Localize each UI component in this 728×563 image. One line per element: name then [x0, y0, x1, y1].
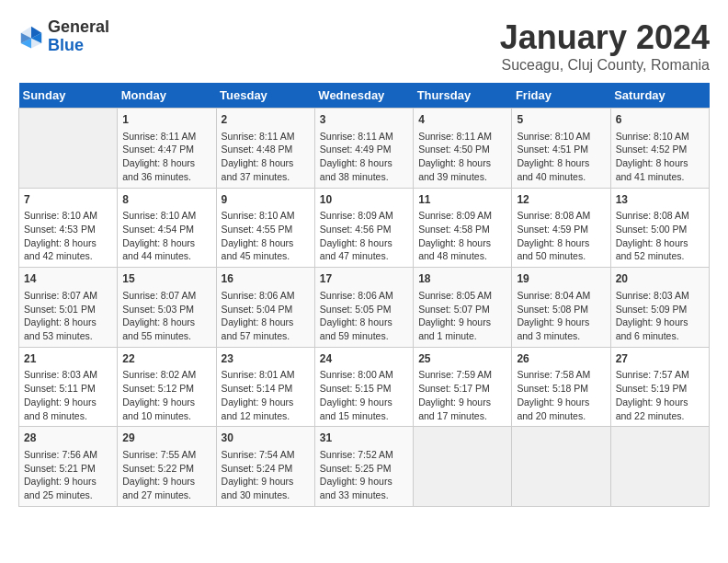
title-section: January 2024 Suceagu, Cluj County, Roman…	[500, 18, 710, 74]
week-row-2: 7Sunrise: 8:10 AMSunset: 4:53 PMDaylight…	[19, 188, 710, 268]
weekday-header-monday: Monday	[118, 83, 216, 109]
day-info: Sunrise: 8:10 AMSunset: 4:51 PMDaylight:…	[517, 130, 605, 184]
calendar-cell	[610, 427, 709, 507]
day-info: Sunrise: 8:05 AMSunset: 5:07 PMDaylight:…	[418, 289, 506, 343]
calendar-cell: 11Sunrise: 8:09 AMSunset: 4:58 PMDayligh…	[414, 188, 512, 268]
calendar-cell: 20Sunrise: 8:03 AMSunset: 5:09 PMDayligh…	[610, 268, 709, 348]
day-info: Sunrise: 8:10 AMSunset: 4:52 PMDaylight:…	[616, 130, 704, 184]
day-info: Sunrise: 7:52 AMSunset: 5:25 PMDaylight:…	[320, 448, 408, 502]
day-number: 29	[122, 431, 210, 446]
day-number: 17	[320, 271, 408, 287]
day-info: Sunrise: 8:09 AMSunset: 4:58 PMDaylight:…	[418, 209, 506, 263]
logo-general: General	[48, 17, 109, 36]
calendar-cell: 7Sunrise: 8:10 AMSunset: 4:53 PMDaylight…	[19, 188, 118, 268]
calendar-cell: 17Sunrise: 8:06 AMSunset: 5:05 PMDayligh…	[314, 268, 413, 348]
day-number: 7	[24, 192, 112, 208]
calendar-cell: 31Sunrise: 7:52 AMSunset: 5:25 PMDayligh…	[314, 427, 413, 507]
calendar-cell: 10Sunrise: 8:09 AMSunset: 4:56 PMDayligh…	[314, 188, 413, 268]
day-number: 10	[320, 192, 408, 208]
calendar-cell: 18Sunrise: 8:05 AMSunset: 5:07 PMDayligh…	[414, 268, 512, 348]
day-number: 6	[616, 112, 704, 128]
calendar-cell: 23Sunrise: 8:01 AMSunset: 5:14 PMDayligh…	[216, 347, 314, 427]
day-info: Sunrise: 8:10 AMSunset: 4:55 PMDaylight:…	[222, 209, 310, 263]
logo-text: General Blue	[48, 18, 109, 55]
calendar-cell: 3Sunrise: 8:11 AMSunset: 4:49 PMDaylight…	[314, 109, 413, 189]
calendar-cell: 1Sunrise: 8:11 AMSunset: 4:47 PMDaylight…	[118, 109, 216, 189]
calendar-table: SundayMondayTuesdayWednesdayThursdayFrid…	[18, 83, 710, 507]
day-number: 2	[222, 112, 310, 128]
day-info: Sunrise: 8:01 AMSunset: 5:14 PMDaylight:…	[222, 368, 310, 422]
day-number: 23	[222, 351, 310, 367]
week-row-4: 21Sunrise: 8:03 AMSunset: 5:11 PMDayligh…	[19, 347, 710, 427]
day-info: Sunrise: 8:00 AMSunset: 5:15 PMDaylight:…	[320, 368, 408, 422]
day-info: Sunrise: 7:55 AMSunset: 5:22 PMDaylight:…	[122, 448, 210, 502]
day-number: 21	[24, 351, 112, 367]
day-number: 25	[418, 351, 506, 367]
calendar-cell	[512, 427, 610, 507]
day-info: Sunrise: 8:02 AMSunset: 5:12 PMDaylight:…	[122, 368, 210, 422]
day-info: Sunrise: 7:59 AMSunset: 5:17 PMDaylight:…	[418, 368, 506, 422]
week-row-1: 1Sunrise: 8:11 AMSunset: 4:47 PMDaylight…	[19, 109, 710, 189]
calendar-cell: 12Sunrise: 8:08 AMSunset: 4:59 PMDayligh…	[512, 188, 610, 268]
calendar-cell: 22Sunrise: 8:02 AMSunset: 5:12 PMDayligh…	[118, 347, 216, 427]
day-number: 27	[616, 351, 704, 367]
day-number: 1	[122, 112, 210, 128]
calendar-cell: 19Sunrise: 8:04 AMSunset: 5:08 PMDayligh…	[512, 268, 610, 348]
day-number: 9	[222, 192, 310, 208]
day-info: Sunrise: 7:58 AMSunset: 5:18 PMDaylight:…	[517, 368, 605, 422]
calendar-cell: 6Sunrise: 8:10 AMSunset: 4:52 PMDaylight…	[610, 109, 709, 189]
day-info: Sunrise: 8:11 AMSunset: 4:47 PMDaylight:…	[122, 130, 210, 184]
day-info: Sunrise: 8:07 AMSunset: 5:03 PMDaylight:…	[122, 289, 210, 343]
calendar-cell	[414, 427, 512, 507]
day-number: 28	[24, 431, 112, 446]
day-info: Sunrise: 8:07 AMSunset: 5:01 PMDaylight:…	[24, 289, 112, 343]
week-row-5: 28Sunrise: 7:56 AMSunset: 5:21 PMDayligh…	[19, 427, 710, 507]
day-info: Sunrise: 8:10 AMSunset: 4:53 PMDaylight:…	[24, 209, 112, 263]
calendar-cell: 4Sunrise: 8:11 AMSunset: 4:50 PMDaylight…	[414, 109, 512, 189]
calendar-cell: 2Sunrise: 8:11 AMSunset: 4:48 PMDaylight…	[216, 109, 314, 189]
calendar-cell: 5Sunrise: 8:10 AMSunset: 4:51 PMDaylight…	[512, 109, 610, 189]
day-info: Sunrise: 7:57 AMSunset: 5:19 PMDaylight:…	[616, 368, 704, 422]
day-info: Sunrise: 8:11 AMSunset: 4:49 PMDaylight:…	[320, 130, 408, 184]
calendar-cell: 24Sunrise: 8:00 AMSunset: 5:15 PMDayligh…	[314, 347, 413, 427]
day-number: 11	[418, 192, 506, 208]
day-number: 3	[320, 112, 408, 128]
day-info: Sunrise: 8:09 AMSunset: 4:56 PMDaylight:…	[320, 209, 408, 263]
logo: General Blue	[18, 18, 109, 55]
weekday-header-row: SundayMondayTuesdayWednesdayThursdayFrid…	[19, 83, 710, 109]
day-number: 24	[320, 351, 408, 367]
day-info: Sunrise: 8:11 AMSunset: 4:50 PMDaylight:…	[418, 130, 506, 184]
logo-icon	[18, 24, 44, 50]
calendar-cell: 28Sunrise: 7:56 AMSunset: 5:21 PMDayligh…	[19, 427, 118, 507]
day-info: Sunrise: 8:10 AMSunset: 4:54 PMDaylight:…	[122, 209, 210, 263]
subtitle: Suceagu, Cluj County, Romania	[500, 57, 710, 74]
day-info: Sunrise: 8:06 AMSunset: 5:04 PMDaylight:…	[222, 289, 310, 343]
calendar-cell: 15Sunrise: 8:07 AMSunset: 5:03 PMDayligh…	[118, 268, 216, 348]
day-number: 20	[616, 271, 704, 287]
day-info: Sunrise: 8:06 AMSunset: 5:05 PMDaylight:…	[320, 289, 408, 343]
day-info: Sunrise: 8:04 AMSunset: 5:08 PMDaylight:…	[517, 289, 605, 343]
day-number: 26	[517, 351, 605, 367]
logo-blue: Blue	[48, 36, 84, 54]
calendar-cell: 25Sunrise: 7:59 AMSunset: 5:17 PMDayligh…	[414, 347, 512, 427]
main-title: January 2024	[500, 18, 710, 57]
day-info: Sunrise: 8:08 AMSunset: 4:59 PMDaylight:…	[517, 209, 605, 263]
day-number: 16	[222, 271, 310, 287]
day-number: 22	[122, 351, 210, 367]
calendar-cell: 21Sunrise: 8:03 AMSunset: 5:11 PMDayligh…	[19, 347, 118, 427]
calendar-cell: 16Sunrise: 8:06 AMSunset: 5:04 PMDayligh…	[216, 268, 314, 348]
day-info: Sunrise: 8:03 AMSunset: 5:09 PMDaylight:…	[616, 289, 704, 343]
week-row-3: 14Sunrise: 8:07 AMSunset: 5:01 PMDayligh…	[19, 268, 710, 348]
day-number: 19	[517, 271, 605, 287]
calendar-cell: 8Sunrise: 8:10 AMSunset: 4:54 PMDaylight…	[118, 188, 216, 268]
day-number: 18	[418, 271, 506, 287]
weekday-header-wednesday: Wednesday	[314, 83, 413, 109]
day-number: 13	[616, 192, 704, 208]
day-number: 4	[418, 112, 506, 128]
day-number: 8	[122, 192, 210, 208]
calendar-cell: 30Sunrise: 7:54 AMSunset: 5:24 PMDayligh…	[216, 427, 314, 507]
weekday-header-friday: Friday	[512, 83, 610, 109]
calendar-cell: 13Sunrise: 8:08 AMSunset: 5:00 PMDayligh…	[610, 188, 709, 268]
calendar-cell: 27Sunrise: 7:57 AMSunset: 5:19 PMDayligh…	[610, 347, 709, 427]
day-number: 12	[517, 192, 605, 208]
